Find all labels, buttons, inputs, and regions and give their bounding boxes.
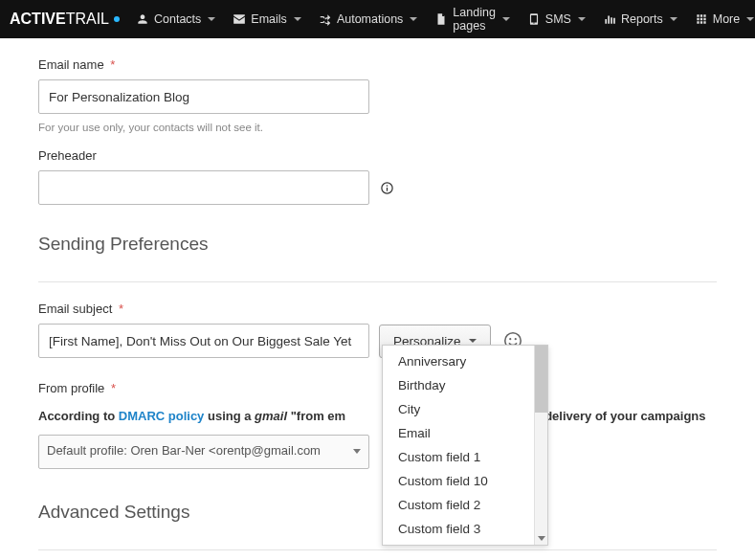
dmarc-mid1: using a bbox=[204, 409, 255, 423]
dropdown-item-anniversary[interactable]: Anniversary bbox=[383, 349, 534, 373]
grid-icon bbox=[695, 12, 708, 26]
scrollbar-thumb[interactable] bbox=[535, 346, 547, 413]
dmarc-gmail: gmail bbox=[255, 409, 287, 423]
personalize-dropdown: Anniversary Birthday City Email Custom f… bbox=[382, 345, 548, 546]
shuffle-icon bbox=[319, 12, 332, 26]
svg-point-1 bbox=[386, 185, 388, 187]
chevron-down-icon bbox=[746, 17, 754, 21]
dropdown-item-email[interactable]: Email bbox=[383, 421, 534, 445]
dropdown-item-custom10[interactable]: Custom field 10 bbox=[383, 469, 534, 493]
envelope-icon bbox=[233, 12, 246, 26]
chevron-down-icon bbox=[670, 17, 677, 21]
divider bbox=[38, 281, 717, 282]
nav-landing[interactable]: Landing pages bbox=[428, 0, 517, 38]
chevron-down-icon bbox=[410, 17, 417, 21]
chevron-down-icon bbox=[502, 17, 510, 21]
input-email-subject[interactable] bbox=[38, 324, 369, 358]
field-email-name: Email name * For your use only, your con… bbox=[38, 57, 717, 133]
svg-rect-2 bbox=[386, 187, 387, 190]
nav-sms-label: SMS bbox=[545, 12, 571, 26]
nav-sms[interactable]: SMS bbox=[521, 7, 592, 32]
dropdown-item-custom3[interactable]: Custom field 3 bbox=[383, 517, 534, 541]
chevron-down-icon bbox=[353, 449, 361, 454]
select-from-profile-value: Default profile: Oren Bar-Ner <orentp@gm… bbox=[47, 441, 321, 461]
label-from-profile-text: From profile bbox=[38, 381, 104, 395]
svg-point-5 bbox=[514, 338, 516, 340]
brand-light: TRAIL bbox=[66, 11, 109, 28]
dmarc-notice: According to DMARC policy using a gmail … bbox=[38, 407, 717, 427]
nav-items: Contacts Emails Automations Landing page… bbox=[129, 0, 755, 38]
helper-email-name: For your use only, your contacts will no… bbox=[38, 122, 717, 133]
required-marker: * bbox=[111, 381, 116, 395]
nav-automations[interactable]: Automations bbox=[312, 7, 424, 32]
brand-dot-icon bbox=[114, 16, 120, 22]
dropdown-item-city[interactable]: City bbox=[383, 397, 534, 421]
dmarc-mid2: "from em bbox=[287, 409, 345, 423]
brand-logo: ACTIVETRAIL bbox=[10, 11, 120, 28]
nav-reports[interactable]: Reports bbox=[596, 7, 684, 32]
field-preheader: Preheader bbox=[38, 148, 717, 205]
field-from-profile: From profile * According to DMARC policy… bbox=[38, 379, 717, 469]
section-advanced-settings: Advanced Settings bbox=[38, 502, 717, 523]
dmarc-prefix: According to bbox=[38, 409, 119, 423]
nav-emails[interactable]: Emails bbox=[226, 7, 308, 32]
nav-landing-label: Landing pages bbox=[453, 6, 496, 33]
nav-contacts-label: Contacts bbox=[154, 12, 201, 26]
label-email-name: Email name * bbox=[38, 57, 717, 72]
label-email-name-text: Email name bbox=[38, 57, 104, 72]
label-from-profile: From profile * bbox=[38, 379, 717, 399]
nav-automations-label: Automations bbox=[337, 12, 403, 26]
select-from-profile[interactable]: Default profile: Oren Bar-Ner <orentp@gm… bbox=[38, 435, 369, 469]
person-icon bbox=[136, 12, 149, 26]
chevron-down-icon bbox=[578, 17, 586, 21]
brand-strong: ACTIVE bbox=[10, 11, 66, 28]
info-icon[interactable] bbox=[379, 180, 394, 195]
label-email-subject: Email subject * bbox=[38, 302, 717, 316]
divider bbox=[38, 549, 717, 550]
document-icon bbox=[434, 12, 448, 26]
required-marker: * bbox=[119, 302, 123, 316]
input-preheader[interactable] bbox=[38, 170, 369, 205]
personalize-dropdown-list: Anniversary Birthday City Email Custom f… bbox=[383, 346, 534, 545]
phone-icon bbox=[527, 12, 541, 26]
dropdown-scrollbar[interactable] bbox=[534, 346, 547, 545]
chevron-down-icon bbox=[208, 17, 215, 21]
nav-more-label: More bbox=[713, 12, 740, 26]
nav-emails-label: Emails bbox=[251, 12, 287, 26]
nav-more[interactable]: More bbox=[688, 7, 755, 32]
dropdown-item-custom1[interactable]: Custom field 1 bbox=[383, 445, 534, 469]
dropdown-item-birthday[interactable]: Birthday bbox=[383, 373, 534, 397]
content-area: Email name * For your use only, your con… bbox=[0, 38, 755, 560]
svg-point-4 bbox=[509, 338, 511, 340]
label-preheader: Preheader bbox=[38, 148, 717, 163]
bars-icon bbox=[603, 12, 616, 26]
chevron-down-icon bbox=[469, 339, 477, 343]
section-sending-preferences: Sending Preferences bbox=[38, 234, 717, 255]
label-email-subject-text: Email subject bbox=[38, 302, 112, 316]
dropdown-item-custom2[interactable]: Custom field 2 bbox=[383, 493, 534, 517]
scrollbar-down-arrow[interactable] bbox=[535, 531, 547, 545]
field-email-subject: Email subject * Personalize bbox=[38, 302, 717, 358]
input-email-name[interactable] bbox=[38, 79, 369, 114]
chevron-down-icon bbox=[294, 17, 301, 21]
top-nav: ACTIVETRAIL Contacts Emails Automations bbox=[0, 0, 755, 38]
nav-reports-label: Reports bbox=[621, 12, 663, 26]
required-marker: * bbox=[110, 57, 115, 72]
dmarc-suffix: he delivery of your campaigns bbox=[526, 409, 705, 423]
nav-contacts[interactable]: Contacts bbox=[129, 7, 222, 32]
dmarc-policy-link[interactable]: DMARC policy bbox=[119, 409, 205, 423]
